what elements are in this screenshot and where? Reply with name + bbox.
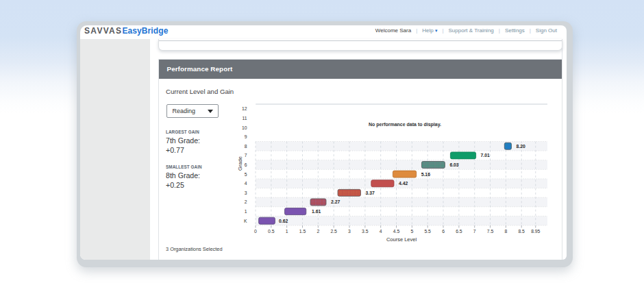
svg-text:3.5: 3.5	[362, 229, 369, 234]
svg-text:3: 3	[245, 190, 247, 195]
svg-text:2.27: 2.27	[331, 199, 340, 204]
svg-text:0.5: 0.5	[268, 229, 275, 234]
svg-text:8.95: 8.95	[531, 229, 540, 234]
svg-text:2: 2	[245, 199, 247, 204]
svg-text:7.5: 7.5	[487, 229, 494, 234]
svg-text:8.20: 8.20	[517, 144, 525, 149]
svg-text:4: 4	[380, 229, 382, 234]
svg-text:3: 3	[348, 229, 351, 234]
svg-text:4.42: 4.42	[399, 181, 408, 186]
svg-text:Grade: Grade	[237, 156, 243, 171]
svg-text:12: 12	[242, 106, 247, 111]
svg-text:10: 10	[242, 125, 247, 130]
svg-text:1: 1	[245, 209, 247, 214]
svg-text:6.03: 6.03	[449, 162, 458, 167]
svg-text:1.61: 1.61	[312, 209, 321, 214]
svg-text:8: 8	[245, 144, 247, 149]
svg-text:8: 8	[504, 229, 507, 234]
svg-text:5.5: 5.5	[424, 229, 431, 234]
svg-text:7.01: 7.01	[481, 153, 490, 158]
svg-text:No performance data to display: No performance data to display.	[369, 122, 441, 127]
svg-text:1: 1	[286, 229, 288, 234]
svg-text:2.5: 2.5	[330, 229, 337, 234]
svg-text:5.16: 5.16	[421, 172, 430, 177]
svg-text:6.5: 6.5	[456, 229, 462, 234]
svg-text:7: 7	[245, 153, 247, 158]
svg-text:5: 5	[245, 172, 247, 177]
svg-text:6: 6	[442, 229, 445, 234]
svg-text:0.62: 0.62	[279, 219, 288, 223]
svg-text:5: 5	[410, 229, 413, 234]
svg-text:3.37: 3.37	[366, 190, 375, 195]
svg-text:9: 9	[245, 134, 247, 139]
svg-text:K: K	[244, 219, 247, 223]
svg-text:0: 0	[254, 229, 257, 234]
svg-text:7: 7	[473, 229, 476, 234]
svg-text:Course Level: Course Level	[386, 236, 417, 243]
svg-text:11: 11	[242, 116, 247, 121]
svg-text:4: 4	[245, 181, 247, 186]
svg-text:1.5: 1.5	[299, 229, 306, 234]
svg-text:2: 2	[317, 229, 319, 234]
svg-text:8.5: 8.5	[518, 229, 525, 234]
svg-text:4.5: 4.5	[393, 229, 400, 234]
svg-text:6: 6	[245, 162, 247, 167]
